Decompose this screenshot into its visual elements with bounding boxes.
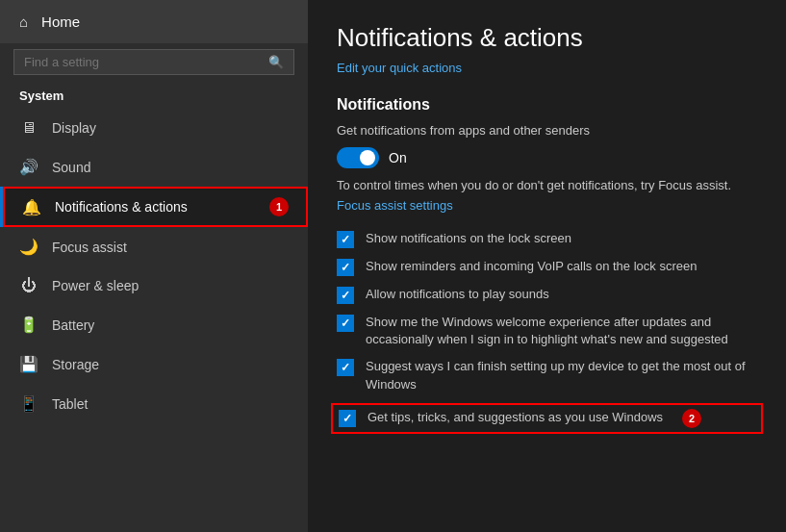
sidebar-item-focus-label: Focus assist [52, 240, 127, 255]
checkbox-label-welcome: Show me the Windows welcome experience a… [366, 314, 757, 348]
search-input[interactable] [24, 55, 268, 69]
checkbox-row-reminders: Show reminders and incoming VoIP calls o… [337, 258, 757, 276]
sound-icon: 🔊 [19, 158, 38, 176]
notifications-icon: 🔔 [22, 198, 41, 216]
get-notifications-label: Get notifications from apps and other se… [337, 123, 757, 138]
notifications-toggle[interactable] [337, 147, 379, 168]
main-content: Notifications & actions Edit your quick … [308, 0, 786, 532]
checkbox-tips[interactable] [339, 410, 356, 427]
sidebar-item-power[interactable]: ⏻ Power & sleep [0, 266, 308, 305]
tablet-icon: 📱 [19, 394, 38, 413]
page-title: Notifications & actions [337, 23, 757, 53]
checkbox-lock-screen[interactable] [337, 231, 354, 248]
checkbox-row-tips: Get tips, tricks, and suggestions as you… [331, 403, 763, 434]
sidebar-item-notifications[interactable]: 🔔 Notifications & actions 1 [0, 187, 308, 227]
home-icon: ⌂ [19, 13, 28, 30]
checkbox-label-suggest: Suggest ways I can finish setting up my … [366, 358, 757, 393]
edit-quick-actions-link[interactable]: Edit your quick actions [337, 61, 462, 75]
notifications-section-title: Notifications [337, 96, 757, 114]
notifications-badge: 1 [269, 197, 289, 216]
checkbox-label-lock-screen: Show notifications on the lock screen [366, 230, 571, 247]
battery-icon: 🔋 [19, 316, 38, 334]
sidebar-item-home[interactable]: ⌂ Home [0, 0, 308, 43]
sidebar-item-display[interactable]: 🖥 Display [0, 109, 308, 147]
power-icon: ⏻ [19, 277, 38, 294]
checkbox-row-welcome: Show me the Windows welcome experience a… [337, 314, 757, 348]
sidebar-item-battery-label: Battery [52, 317, 94, 333]
checkbox-row-sounds: Allow notifications to play sounds [337, 286, 757, 304]
checkbox-row-suggest: Suggest ways I can finish setting up my … [337, 358, 757, 393]
sidebar-item-sound-label: Sound [52, 160, 90, 175]
sidebar-item-sound[interactable]: 🔊 Sound [0, 147, 308, 187]
checkbox-welcome[interactable] [337, 315, 354, 332]
sidebar-item-power-label: Power & sleep [52, 278, 139, 293]
checkbox-label-reminders: Show reminders and incoming VoIP calls o… [366, 258, 697, 275]
checkbox-label-tips: Get tips, tricks, and suggestions as you… [368, 409, 663, 426]
checkbox-sounds[interactable] [337, 287, 354, 304]
display-icon: 🖥 [19, 119, 38, 137]
storage-icon: 💾 [19, 355, 38, 373]
sidebar-item-tablet-label: Tablet [52, 396, 88, 412]
checkbox-label-sounds: Allow notifications to play sounds [366, 286, 549, 303]
toggle-row: On [337, 147, 757, 168]
sidebar-item-storage[interactable]: 💾 Storage [0, 344, 308, 384]
focus-icon: 🌙 [19, 238, 38, 256]
sidebar-item-tablet[interactable]: 📱 Tablet [0, 384, 308, 423]
checkbox-reminders[interactable] [337, 259, 354, 276]
search-icon: 🔍 [268, 55, 284, 69]
toggle-label: On [389, 150, 407, 165]
tips-badge: 2 [682, 409, 701, 428]
sidebar-item-storage-label: Storage [52, 357, 99, 372]
sidebar-home-label: Home [41, 13, 80, 30]
sidebar: ⌂ Home 🔍 System 🖥 Display 🔊 Sound 🔔 Noti… [0, 0, 308, 532]
checkbox-suggest[interactable] [337, 359, 354, 376]
sidebar-item-battery[interactable]: 🔋 Battery [0, 305, 308, 344]
sidebar-item-display-label: Display [52, 120, 96, 136]
sidebar-item-notifications-label: Notifications & actions [55, 199, 188, 215]
sidebar-item-focus[interactable]: 🌙 Focus assist [0, 227, 308, 266]
search-box[interactable]: 🔍 [13, 49, 294, 75]
focus-assist-link[interactable]: Focus assist settings [337, 198, 453, 213]
focus-assist-text: To control times when you do or don't ge… [337, 178, 757, 192]
sidebar-section-label: System [0, 85, 308, 109]
checkbox-row-lock-screen: Show notifications on the lock screen [337, 230, 757, 248]
